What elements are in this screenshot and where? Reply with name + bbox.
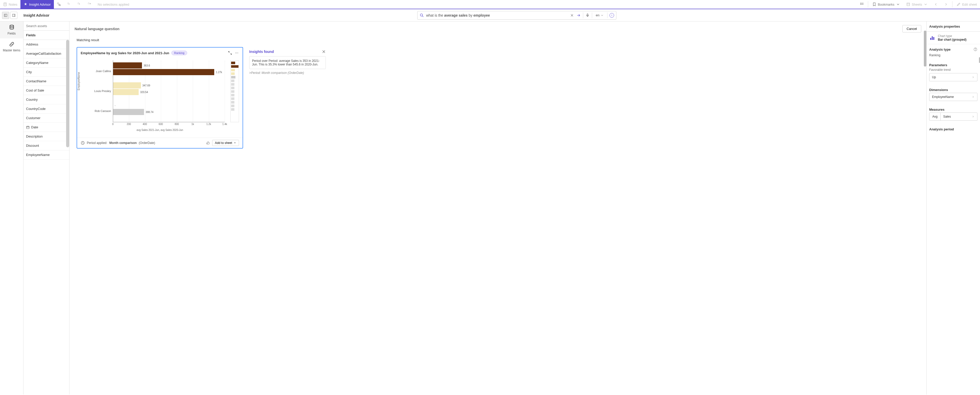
field-item[interactable]: CountryCode [24, 104, 69, 114]
thumbs-icon[interactable] [206, 141, 210, 145]
submit-icon[interactable] [576, 13, 581, 18]
chart-minimap[interactable] [230, 60, 239, 122]
smart-search-button[interactable] [54, 0, 64, 9]
add-to-sheet-button[interactable]: Add to sheet [212, 140, 239, 146]
notes-tab[interactable]: Notes [0, 0, 21, 9]
more-icon[interactable] [234, 51, 239, 55]
svg-point-40 [237, 53, 237, 53]
field-item[interactable]: Cost of Sale [24, 86, 69, 95]
insight-text: Period over Period: average Sales is 353… [249, 56, 326, 69]
chart-bar[interactable]: 388.74 [113, 109, 144, 115]
chart-type-value: Bar chart (grouped) [938, 38, 966, 42]
card-title: EmployeeName by avg Sales for 2020-Jun a… [81, 51, 169, 55]
language-select[interactable]: en [594, 13, 605, 17]
svg-point-30 [611, 14, 612, 15]
svg-line-5 [60, 5, 60, 6]
leftnav-fields[interactable]: Fields [0, 21, 23, 38]
fields-panel: Fields AddressAverageCallSatisfactionCat… [24, 21, 70, 395]
field-item[interactable]: City [24, 67, 69, 77]
measure-agg: Avg [929, 113, 941, 120]
chart-bar-value: 363.6 [142, 64, 150, 67]
prev-sheet-button[interactable] [931, 0, 941, 9]
field-item[interactable]: Country [24, 95, 69, 104]
minimap-bar [231, 87, 234, 89]
chart-bar[interactable]: 347.69 [113, 82, 141, 88]
measure-select[interactable]: Avg Sales [929, 112, 977, 121]
field-item[interactable]: Address [24, 40, 69, 49]
chart-bar[interactable]: 1.27k [113, 69, 214, 75]
period-applied-value: Month comparison [109, 141, 137, 145]
field-item-label: Address [26, 42, 38, 46]
chart-bar-value: 1.27k [214, 71, 222, 74]
svg-point-39 [235, 53, 236, 53]
card-header: EmployeeName by avg Sales for 2020-Jun a… [77, 48, 243, 58]
chart-bar[interactable]: 320.54 [113, 89, 138, 95]
field-item[interactable]: ContactName [24, 77, 69, 86]
cancel-button[interactable]: Cancel [902, 25, 921, 32]
fullscreen-icon[interactable] [228, 51, 232, 55]
step-forward-button[interactable] [74, 0, 84, 9]
close-icon[interactable] [322, 50, 326, 54]
clear-icon[interactable] [570, 13, 574, 18]
bookmark-icon [872, 2, 876, 6]
favorable-trend-select[interactable]: Up [929, 73, 977, 81]
field-item-label: Description [26, 134, 43, 138]
field-item[interactable]: Customer [24, 114, 69, 123]
insight-advisor-label: Insight Advisor [29, 3, 51, 6]
sheets-button[interactable]: Sheets [903, 0, 931, 9]
center-scrollbar[interactable] [924, 31, 926, 67]
fields-scrollbar[interactable] [66, 40, 69, 147]
svg-rect-28 [587, 14, 588, 16]
field-item[interactable]: Date [24, 123, 69, 132]
minimap-bar [231, 98, 234, 100]
chart-bar[interactable]: 363.6 [113, 62, 142, 69]
search-icon [420, 13, 424, 18]
field-item[interactable]: AverageCallSatisfaction [24, 49, 69, 58]
field-item[interactable]: CategoryName [24, 58, 69, 67]
svg-rect-16 [862, 4, 863, 5]
left-nav: Fields Master items [0, 21, 24, 395]
field-item[interactable]: Description [24, 132, 69, 141]
insights-title: Insights found [249, 50, 322, 54]
field-item[interactable]: EmployeeName [24, 150, 69, 160]
center-panel: Natural language question Cancel Matchin… [70, 21, 926, 395]
step-back-button[interactable] [64, 0, 74, 9]
panel-right-button[interactable] [10, 12, 18, 19]
clear-selections-button[interactable] [84, 0, 95, 9]
minimap-bar [231, 69, 235, 71]
svg-rect-33 [27, 126, 29, 128]
info-icon[interactable] [609, 13, 614, 18]
dimension-select[interactable]: EmployeeName [929, 93, 977, 101]
svg-rect-17 [907, 3, 910, 6]
field-item-label: CategoryName [26, 61, 48, 65]
results-row: EmployeeName by avg Sales for 2020-Jun a… [70, 44, 926, 152]
chevron-right-icon [972, 115, 975, 118]
panel-resize-handle[interactable] [979, 57, 980, 63]
search-box[interactable]: what is the average sales by employee en [417, 11, 616, 20]
help-icon[interactable] [974, 47, 977, 51]
card-footer: Period applied: Month comparison (OrderD… [77, 138, 243, 148]
chart-x-tick: 1.2k [206, 123, 211, 126]
next-sheet-button[interactable] [941, 0, 951, 9]
panel-left-button[interactable] [2, 12, 9, 19]
favorable-trend-value: Up [932, 75, 936, 79]
svg-rect-21 [13, 14, 15, 16]
minimap-bar [231, 108, 234, 111]
chart-type-row: Chart type Bar chart (grouped) [927, 32, 980, 44]
field-item[interactable]: Discount [24, 141, 69, 150]
app-grid-button[interactable] [857, 0, 867, 9]
chart-plot[interactable]: Joan Callins363.61.27kLouis Presley347.6… [113, 60, 225, 122]
fields-search-input[interactable] [24, 21, 69, 30]
properties-title: Analysis properties [927, 21, 980, 32]
query-part: what is the [426, 13, 444, 18]
leftnav-master-items[interactable]: Master items [0, 38, 23, 55]
edit-sheet-button[interactable]: Edit sheet [953, 0, 980, 9]
svg-rect-15 [861, 4, 862, 5]
minimap-bar [231, 65, 239, 68]
mic-icon[interactable] [585, 13, 590, 18]
bookmarks-button[interactable]: Bookmarks [869, 0, 903, 9]
minimap-bar [231, 76, 235, 78]
insight-advisor-tab[interactable]: Insight Advisor [21, 0, 54, 9]
measures-section: Measures [927, 105, 980, 112]
nlq-header: Natural language question Cancel [70, 21, 926, 36]
